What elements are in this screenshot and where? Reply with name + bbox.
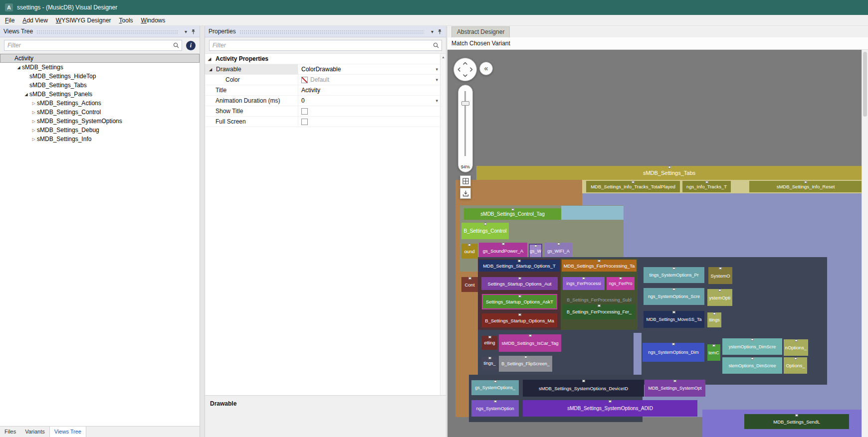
selection-handle[interactable] [557, 243, 560, 245]
properties-filter-input[interactable] [210, 40, 441, 50]
design-box[interactable]: nOptions_ [784, 339, 808, 356]
menu-item[interactable]: Tools [115, 16, 137, 25]
chevron-down-icon[interactable]: ▾ [435, 77, 438, 82]
selection-handle[interactable] [494, 380, 496, 383]
selection-box[interactable] [561, 206, 624, 220]
tree-node[interactable]: Activity [0, 54, 200, 63]
menu-item[interactable]: File [1, 16, 18, 25]
panel-tab-views-tree[interactable]: Views Tree [49, 427, 86, 437]
tree-node[interactable]: ▷sMDB_Settings_SystemOptions [0, 117, 200, 126]
search-icon[interactable] [173, 42, 180, 51]
selection-handle[interactable] [511, 208, 514, 211]
zoom-slider[interactable]: 94% [458, 85, 473, 172]
menu-item[interactable]: Add View [18, 16, 52, 25]
collapse-icon[interactable]: ◢ [15, 65, 22, 70]
design-box[interactable]: ngs_SystemOptions_Dim [643, 343, 704, 362]
tree-node[interactable]: ◢sMDB_Settings_Panels [0, 90, 200, 99]
design-box[interactable]: ttings [707, 312, 721, 327]
selection-handle[interactable] [632, 181, 635, 183]
canvas-scrollbar-thumb[interactable] [863, 52, 867, 117]
expand-icon[interactable]: ▷ [30, 128, 37, 133]
collapse-panel-button[interactable]: « [479, 62, 493, 75]
selection-handle[interactable] [598, 304, 601, 307]
design-box[interactable]: MDB_Settings_SystemOpt [645, 380, 705, 397]
selection-handle[interactable] [751, 338, 754, 341]
pin-icon[interactable] [437, 29, 442, 34]
info-box[interactable]: ngs_Info_Tracks_T [682, 181, 731, 192]
info-box[interactable]: MDB_Settings_Info_Tracks_TotalPlayed [586, 181, 680, 192]
selection-handle[interactable] [705, 181, 708, 183]
zoom-handle[interactable] [461, 101, 469, 106]
selection-handle[interactable] [609, 400, 612, 403]
selection-handle[interactable] [488, 357, 491, 359]
chevron-down-icon[interactable]: ▾ [435, 67, 438, 72]
selection-handle[interactable] [488, 336, 491, 338]
design-box[interactable]: ngs_SystemOptions_Scre [644, 288, 704, 305]
design-box[interactable]: ystemOptions_DimScre [722, 338, 782, 355]
selection-handle[interactable] [524, 356, 527, 358]
info-button[interactable]: i [186, 41, 196, 50]
selection-handle[interactable] [668, 166, 670, 168]
design-box[interactable]: MDB_Settings_MoveSS_Ta [644, 311, 704, 328]
property-value-cell[interactable]: ColorDrawable▾ [298, 64, 440, 74]
design-box[interactable]: B_Settings_Startup_Options_Ma [482, 313, 557, 327]
selection-handle[interactable] [468, 244, 471, 246]
design-box[interactable]: Options_ [784, 357, 807, 374]
save-layout-button[interactable] [460, 188, 471, 199]
property-value-cell[interactable]: 0▾ [298, 96, 440, 106]
selection-handle[interactable] [672, 343, 675, 345]
expand-icon[interactable]: ▷ [30, 137, 37, 142]
group-header[interactable]: MDB_Settings_Startup_Options_T [479, 260, 560, 272]
collapse-icon[interactable]: ◢ [208, 57, 214, 61]
selection-handle[interactable] [529, 334, 531, 337]
design-box[interactable]: sMDB_Settings_SystemOptions_DeviceID [523, 380, 644, 397]
selection-handle[interactable] [484, 223, 486, 225]
expand-icon[interactable]: ▷ [30, 119, 37, 124]
pin-icon[interactable] [191, 29, 196, 34]
collapse-icon[interactable]: ◢ [209, 67, 215, 72]
property-value-cell[interactable]: Activity [298, 85, 440, 95]
selection-handle[interactable] [518, 277, 521, 280]
tree-node[interactable]: ▷sMDB_Settings_Control [0, 108, 200, 117]
selection-handle[interactable] [713, 312, 716, 315]
design-box[interactable]: MDB_Settings_SendL [744, 414, 849, 429]
panel-tab-files[interactable]: Files [0, 427, 20, 437]
control-button[interactable]: B_Settings_Control [461, 223, 509, 239]
group-header[interactable]: MDB_Settings_FerProcessing_Ta [562, 260, 637, 272]
design-box[interactable]: ngs_FerPro [607, 277, 635, 290]
design-box[interactable]: gs_W [529, 244, 542, 259]
property-value-cell[interactable] [298, 106, 440, 116]
design-box[interactable]: tings_SystemOptions_Pr [644, 267, 704, 283]
drag-texture[interactable] [36, 29, 178, 34]
design-box[interactable]: B_Settings_FerProcessing_Fer_ [563, 304, 636, 319]
design-box[interactable]: Settings_Startup_Options_AskT [482, 294, 557, 309]
selection-handle[interactable] [805, 181, 807, 183]
chevron-down-icon[interactable]: ▾ [185, 29, 187, 34]
selection-handle[interactable] [518, 313, 521, 316]
chevron-down-icon[interactable]: ▾ [431, 29, 434, 34]
design-box[interactable]: etting [482, 336, 497, 350]
design-box[interactable]: Cont [461, 277, 478, 292]
property-value-cell[interactable]: Default▾ [298, 75, 440, 85]
panel-tab-variants[interactable]: Variants [20, 427, 49, 437]
selection-handle[interactable] [719, 267, 722, 270]
selection-handle[interactable] [502, 243, 504, 245]
tree-node[interactable]: sMDB_Settings_Tabs [0, 81, 200, 90]
design-canvas[interactable]: sMDB_Settings_TabsMDB_Settings_Info_Trac… [447, 50, 868, 437]
selection-handle[interactable] [796, 414, 798, 417]
tree-node[interactable]: ▷sMDB_Settings_Actions [0, 99, 200, 108]
tab-abstract-designer[interactable]: Abstract Designer [451, 26, 510, 37]
tree-node[interactable]: ◢sMDB_Settings [0, 63, 200, 72]
tree-node[interactable]: ▷sMDB_Settings_Info [0, 135, 200, 144]
design-box[interactable]: gs_SystemOptions_ [471, 380, 519, 395]
selection-handle[interactable] [713, 344, 715, 347]
selection-handle[interactable] [518, 295, 521, 297]
property-grid-scrollbar[interactable]: ▴ [440, 54, 446, 395]
selection-handle[interactable] [620, 277, 622, 280]
menu-item[interactable]: Windows [137, 16, 170, 25]
chevron-down-icon[interactable]: ▾ [435, 98, 438, 103]
drag-texture[interactable] [239, 29, 424, 34]
control-tag[interactable]: sMDB_Settings_Control_Tag [464, 208, 561, 220]
design-box[interactable]: ings_FerProcessi [563, 277, 605, 290]
design-box[interactable]: sMDB_Settings_IsCar_Tag [499, 334, 561, 352]
